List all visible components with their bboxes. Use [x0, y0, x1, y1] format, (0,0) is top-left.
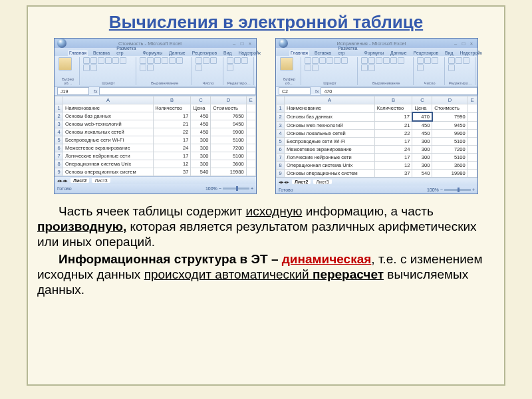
cell[interactable] [246, 144, 255, 152]
cell[interactable]: Беспроводные сети Wi-Fi [285, 138, 375, 146]
cell[interactable]: Операционная система Unix [63, 160, 154, 168]
formula-input[interactable]: 470 [321, 87, 477, 95]
cell[interactable]: Количество [374, 104, 412, 113]
ribbon-button-icon[interactable] [368, 57, 375, 64]
ribbon-button-icon[interactable] [456, 57, 462, 64]
ribbon-button-icon[interactable] [341, 57, 348, 64]
cell[interactable]: Логические нейронные сети [285, 154, 375, 162]
cell[interactable]: Цена [191, 104, 211, 112]
ribbon-button-icon[interactable] [162, 57, 168, 64]
cell[interactable]: 300 [412, 138, 432, 146]
ribbon-tab[interactable]: Разметка стр [336, 45, 358, 56]
cell[interactable] [467, 146, 477, 154]
cell[interactable]: 12 [374, 162, 412, 170]
ribbon-button-icon[interactable] [169, 57, 176, 64]
ribbon-button-icon[interactable] [154, 57, 161, 64]
ribbon-button-icon[interactable] [417, 57, 424, 64]
ribbon-button-icon[interactable] [376, 57, 382, 64]
cell[interactable]: 300 [412, 154, 432, 162]
ribbon-button-icon[interactable] [140, 65, 146, 71]
ribbon-button-icon[interactable] [227, 65, 233, 71]
row-header[interactable]: 3 [55, 120, 63, 128]
cell[interactable]: Беспроводные сети Wi-Fi [63, 136, 154, 144]
office-button-icon[interactable] [57, 39, 66, 48]
ribbon-button-icon[interactable] [361, 57, 368, 64]
cell[interactable]: Операционная система Unix [285, 162, 375, 170]
row-header[interactable]: 5 [277, 138, 285, 146]
ribbon-button-icon[interactable] [83, 65, 90, 71]
ribbon-button-icon[interactable] [368, 65, 375, 71]
column-header[interactable]: C [412, 96, 432, 104]
ribbon-tab[interactable]: Вставка [92, 50, 111, 56]
column-header[interactable]: A [285, 96, 375, 104]
cell[interactable] [246, 136, 255, 144]
sheet-tab[interactable]: Лист3 [92, 178, 110, 183]
cell[interactable] [246, 112, 255, 120]
cell[interactable]: Наименование [63, 104, 154, 112]
cell[interactable]: 450 [191, 120, 211, 128]
sheet-nav-icon[interactable]: ◂▸◂▸ [57, 178, 68, 184]
column-header[interactable]: C [191, 96, 211, 104]
column-header[interactable]: B [153, 96, 191, 104]
ribbon-button-icon[interactable] [305, 57, 311, 64]
ribbon-button-icon[interactable] [112, 57, 119, 64]
cell[interactable] [246, 128, 255, 136]
ribbon-button-icon[interactable] [390, 57, 397, 64]
ribbon-button-icon[interactable] [196, 65, 202, 71]
cell[interactable] [467, 170, 477, 178]
minimize-icon[interactable]: – [231, 40, 237, 47]
column-header[interactable] [277, 96, 285, 104]
ribbon-button-icon[interactable] [90, 57, 97, 64]
formula-input[interactable] [99, 87, 256, 95]
cell[interactable]: 540 [191, 168, 211, 176]
row-header[interactable]: 9 [55, 168, 63, 176]
fx-icon[interactable]: fx [94, 89, 97, 94]
cell[interactable]: Межсетевое экранирование [63, 144, 154, 152]
ribbon-button-icon[interactable] [147, 65, 154, 71]
ribbon-button-icon[interactable] [196, 57, 202, 64]
cell[interactable]: Основы операционных систем [285, 170, 375, 178]
cell[interactable]: 5100 [211, 136, 246, 144]
cell[interactable]: 300 [412, 162, 432, 170]
ribbon-button-icon[interactable] [334, 57, 340, 64]
cell[interactable]: Основы баз данных [285, 112, 375, 121]
ribbon-button-icon[interactable] [448, 65, 455, 71]
column-header[interactable]: E [246, 96, 255, 104]
cell[interactable]: Основы локальных сетей [285, 130, 375, 138]
ribbon-button-icon[interactable] [140, 57, 146, 64]
row-header[interactable]: 7 [277, 154, 285, 162]
cell[interactable]: 7650 [211, 112, 246, 120]
cell[interactable]: 300 [191, 144, 211, 152]
cell[interactable] [467, 104, 477, 113]
ribbon-tab[interactable]: Данные [168, 50, 187, 56]
ribbon-button-icon[interactable] [120, 57, 126, 64]
column-header[interactable]: E [467, 96, 477, 104]
row-header[interactable]: 2 [277, 112, 285, 121]
cell[interactable] [467, 121, 477, 130]
ribbon-button-icon[interactable] [398, 57, 404, 64]
cell[interactable]: 17 [374, 154, 412, 162]
cell[interactable]: 5100 [432, 154, 467, 162]
ribbon-button-icon[interactable] [203, 57, 209, 64]
ribbon-tab[interactable]: Надстройк [237, 50, 262, 56]
cell[interactable]: Основы локальных сетей [63, 128, 154, 136]
row-header[interactable]: 4 [277, 130, 285, 138]
cell[interactable]: 17 [374, 112, 412, 121]
close-icon[interactable]: × [468, 40, 475, 47]
row-header[interactable]: 6 [55, 144, 63, 152]
ribbon-button-icon[interactable] [361, 65, 368, 71]
cell[interactable] [467, 130, 477, 138]
ribbon-button-icon[interactable] [227, 57, 233, 64]
cell[interactable]: 9900 [432, 130, 467, 138]
sheet-tab[interactable]: Лист2 [70, 178, 89, 183]
row-header[interactable]: 8 [55, 160, 63, 168]
ribbon-tab[interactable]: Формулы [363, 50, 386, 56]
row-header[interactable]: 3 [277, 121, 285, 130]
ribbon-tab[interactable]: Главная [289, 50, 309, 56]
cell[interactable]: 24 [153, 144, 191, 152]
row-header[interactable]: 6 [277, 146, 285, 154]
cell[interactable]: 470 [412, 112, 432, 121]
cell[interactable]: 450 [191, 112, 211, 120]
cell[interactable]: 17 [153, 136, 191, 144]
ribbon-tab[interactable]: Вид [444, 50, 454, 56]
